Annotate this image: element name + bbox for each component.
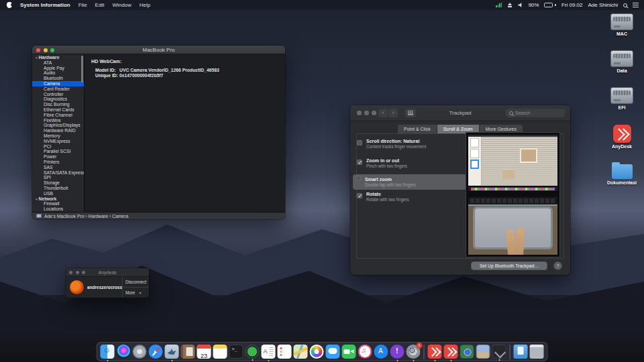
dock-icon-reminders[interactable]: [278, 345, 292, 359]
tab-point-and-click[interactable]: Point & Click: [398, 125, 437, 134]
sidebar-item-graphics-displays[interactable]: Graphics/Displays: [32, 123, 84, 128]
search-input[interactable]: Search: [506, 109, 565, 117]
sidebar-item-firewire[interactable]: FireWire: [32, 118, 84, 123]
sysinfo-titlebar[interactable]: MacBook Pro: [32, 46, 285, 54]
sidebar-item-card-reader[interactable]: Card Reader: [32, 86, 84, 92]
dock-icon-pictures[interactable]: [476, 345, 490, 359]
sidebar-item-usb[interactable]: USB: [32, 191, 84, 196]
sidebar-item-storage[interactable]: Storage: [32, 180, 84, 186]
dock-icon-facetime[interactable]: [342, 345, 356, 359]
trackpad-titlebar[interactable]: ‹ › Trackpad Search: [350, 105, 570, 121]
dock-icon-purple-app[interactable]: [390, 345, 405, 359]
sidebar-item-nvmexpress[interactable]: NVMExpress: [32, 139, 84, 144]
sidebar-item-camera[interactable]: Camera: [32, 81, 84, 86]
sidebar-section-network[interactable]: ▼Network: [32, 196, 84, 202]
dock-icon-app-store[interactable]: [374, 345, 388, 359]
anydesk-titlebar[interactable]: Anydesk: [66, 268, 149, 277]
desktop-icon-data[interactable]: Data: [603, 50, 641, 73]
back-button[interactable]: ‹: [378, 109, 388, 117]
sidebar-item-controller[interactable]: Controller: [32, 92, 84, 97]
sidebar-item-thunderbolt[interactable]: Thunderbolt: [32, 186, 84, 191]
eject-icon[interactable]: [507, 3, 513, 8]
more-button[interactable]: More▾: [123, 287, 149, 298]
dock-icon-safari[interactable]: [149, 345, 163, 359]
sidebar-item-ata[interactable]: ATA: [32, 60, 84, 66]
zoom-button[interactable]: [50, 48, 54, 52]
dock-icon-anydesk-2[interactable]: [444, 345, 458, 359]
checkbox-zoom-in-or-out[interactable]: [357, 160, 362, 165]
menu-app-name[interactable]: System Information: [20, 2, 70, 8]
show-all-button[interactable]: [405, 109, 416, 117]
apple-menu-icon[interactable]: [7, 2, 12, 8]
dock-icon-system-preferences[interactable]: 1: [407, 345, 421, 359]
sidebar-item-fibre-channel[interactable]: Fibre Channel: [32, 113, 84, 118]
spotlight-search-icon[interactable]: [623, 3, 627, 7]
minimize-button[interactable]: [364, 111, 369, 115]
sidebar-item-parallel-scsi[interactable]: Parallel SCSI: [32, 149, 84, 154]
zoom-button[interactable]: [372, 111, 376, 115]
help-button[interactable]: ?: [553, 261, 562, 270]
dock-icon-notes[interactable]: [213, 345, 227, 359]
sidebar-item-diagnostics[interactable]: Diagnostics: [32, 97, 84, 102]
sidebar-item-pci[interactable]: PCI: [32, 144, 84, 149]
checkbox-smart-zoom[interactable]: [356, 176, 361, 181]
checkbox-rotate[interactable]: [357, 193, 362, 198]
sidebar-item-ethernet-cards[interactable]: Ethernet Cards: [32, 107, 84, 113]
sidebar-item-spi[interactable]: SPI: [32, 175, 84, 180]
dock-icon-finder[interactable]: [101, 345, 115, 359]
sidebar-section-hardware[interactable]: ▼Hardware: [32, 55, 84, 60]
dock-icon-system-board[interactable]: [460, 345, 474, 359]
menu-edit[interactable]: Edit: [95, 2, 105, 8]
menu-file[interactable]: File: [78, 2, 87, 8]
dock-icon-downloads-folder[interactable]: [514, 345, 528, 359]
desktop-icon-efi[interactable]: EFI: [603, 87, 641, 110]
dock-icon-network-app[interactable]: [246, 345, 260, 359]
sidebar-item-locations[interactable]: Locations: [32, 206, 84, 212]
desktop-icon-dokumentasi[interactable]: Dokumentasi: [603, 162, 641, 185]
dock-icon-launchpad[interactable]: [133, 345, 147, 359]
signal-strength-icon[interactable]: [496, 3, 502, 8]
dock-icon-mail[interactable]: [165, 345, 179, 359]
minimize-button[interactable]: [44, 48, 48, 52]
sidebar-item-sata[interactable]: SATA/SATA Express: [32, 170, 84, 176]
dock-icon-itunes[interactable]: [358, 345, 372, 359]
dock-icon-calendar[interactable]: 23: [197, 345, 211, 359]
dock-icon-contacts[interactable]: [181, 345, 195, 359]
setup-bluetooth-trackpad-button[interactable]: Set Up Bluetooth Trackpad…: [471, 261, 547, 270]
sidebar-item-power[interactable]: Power: [32, 154, 84, 160]
dock-icon-claw-app[interactable]: [492, 345, 506, 359]
dock-icon-trash[interactable]: [530, 345, 544, 359]
sidebar-item-sas[interactable]: SAS: [32, 165, 84, 170]
dock-icon-textedit[interactable]: [262, 345, 276, 359]
sidebar-item-memory[interactable]: Memory: [32, 133, 84, 139]
sidebar-item-disc-burning[interactable]: Disc Burning: [32, 102, 84, 107]
dock-icon-maps[interactable]: [294, 345, 308, 359]
dock-icon-photos[interactable]: [310, 345, 324, 359]
close-button[interactable]: [36, 48, 40, 52]
sidebar-item-audio[interactable]: Audio: [32, 70, 84, 76]
dock-icon-siri[interactable]: [117, 345, 131, 359]
forward-button[interactable]: ›: [388, 109, 398, 117]
sidebar-scrollbar[interactable]: [81, 56, 83, 82]
sidebar-item-hardware-raid[interactable]: Hardware RAID: [32, 128, 84, 133]
minimize-button[interactable]: [76, 271, 79, 274]
battery-icon[interactable]: [544, 3, 556, 7]
sidebar-item-firewall[interactable]: Firewall: [32, 201, 84, 206]
desktop-icon-mac[interactable]: MAC: [603, 13, 641, 36]
dock-icon-anydesk[interactable]: [428, 345, 442, 359]
menu-user[interactable]: Ade Shinichi: [588, 2, 618, 8]
close-button[interactable]: [69, 271, 72, 274]
checkbox-scroll-direction[interactable]: [357, 140, 362, 145]
sidebar-item-bluetooth[interactable]: Bluetooth: [32, 76, 84, 81]
menu-clock[interactable]: Fri 09.02: [561, 2, 583, 8]
close-button[interactable]: [357, 111, 362, 115]
menu-help[interactable]: Help: [140, 2, 150, 8]
menu-window[interactable]: Window: [112, 2, 131, 8]
sidebar-item-apple-pay[interactable]: Apple Pay: [32, 66, 84, 71]
notification-center-icon[interactable]: [633, 3, 639, 7]
desktop-icon-anydesk[interactable]: AnyDesk: [603, 125, 641, 149]
sidebar-item-printers[interactable]: Printers: [32, 160, 84, 165]
dock-icon-messages[interactable]: [326, 345, 340, 359]
volume-icon[interactable]: [518, 3, 523, 7]
dock-icon-terminal[interactable]: [229, 345, 244, 359]
